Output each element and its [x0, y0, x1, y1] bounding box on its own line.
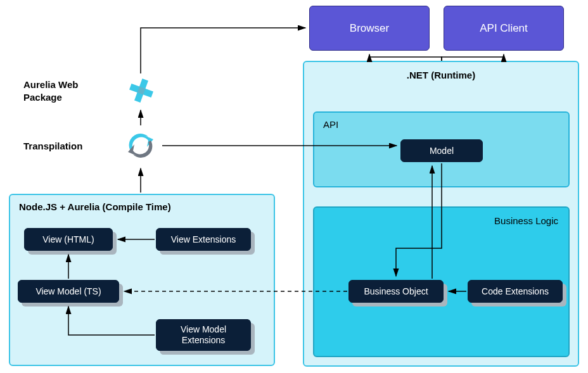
view-html-box: View (HTML) [24, 228, 113, 251]
view-model-ts-box: View Model (TS) [18, 280, 119, 303]
business-object-label: Business Object [364, 286, 428, 296]
compile-time-title: Node.JS + Aurelia (Compile Time) [19, 201, 171, 212]
view-model-extensions-box: View Model Extensions [156, 319, 251, 351]
aurelia-logo-icon [125, 75, 157, 106]
api-client-box: API Client [444, 6, 564, 51]
view-extensions-label: View Extensions [171, 234, 236, 244]
view-extensions-box: View Extensions [156, 228, 251, 251]
view-model-extensions-label: View Model Extensions [165, 324, 241, 346]
aurelia-package-label: Aurelia Web Package [23, 79, 93, 103]
business-logic-title: Business Logic [494, 215, 558, 226]
code-extensions-label: Code Extensions [482, 286, 549, 296]
transpilation-icon [122, 127, 160, 165]
model-box: Model [400, 139, 483, 162]
browser-box: Browser [309, 6, 430, 51]
view-html-label: View (HTML) [42, 234, 94, 244]
model-label: Model [430, 146, 454, 156]
net-runtime-title: .NET (Runtime) [407, 70, 475, 80]
view-model-ts-label: View Model (TS) [35, 286, 101, 296]
business-object-box: Business Object [348, 280, 444, 303]
transpilation-label: Transpilation [23, 141, 82, 151]
code-extensions-box: Code Extensions [468, 280, 563, 303]
api-client-label: API Client [480, 22, 528, 35]
browser-label: Browser [350, 22, 389, 35]
api-title: API [323, 119, 338, 130]
